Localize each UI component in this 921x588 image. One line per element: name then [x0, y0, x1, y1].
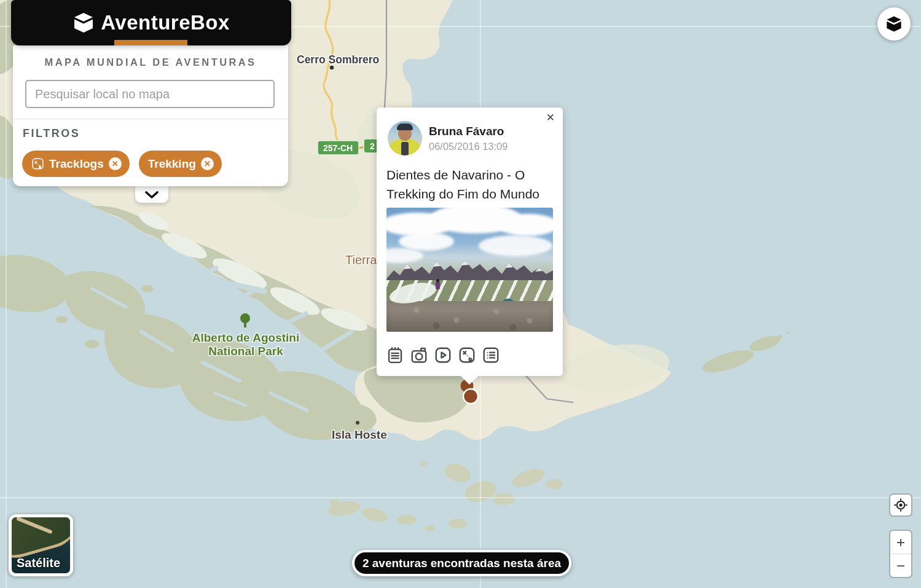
menu-box-button[interactable] [877, 7, 911, 41]
close-icon[interactable]: ✕ [544, 110, 557, 125]
status-pill: 2 aventuras encontradas nesta área [352, 550, 571, 576]
avatar[interactable] [388, 121, 422, 155]
cloud [497, 214, 553, 236]
chip-tracklogs[interactable]: Tracklogs ✕ [22, 151, 130, 177]
adventure-map-app: { "brand": { "name": "AventureBox" }, "p… [0, 0, 921, 588]
satellite-thumb-land [9, 514, 73, 563]
hiker-figure [436, 279, 440, 289]
adventure-photo[interactable] [386, 208, 553, 332]
rocky-foreground [386, 301, 553, 332]
tracklog-icon [31, 157, 44, 170]
panel-title: MAPA MUNDIAL DE AVENTURAS [13, 57, 288, 68]
chip-label: Tracklogs [49, 157, 104, 171]
label-cerro-sombrero: Cerro Sombrero [297, 53, 379, 66]
divider [13, 119, 288, 119]
filter-chips: Tracklogs ✕ Trekking ✕ [22, 151, 222, 177]
svg-text:257-CH: 257-CH [323, 143, 353, 153]
active-tab-indicator [114, 40, 187, 45]
header-logo[interactable]: AventureBox [11, 0, 291, 45]
chip-trekking[interactable]: Trekking ✕ [139, 151, 222, 177]
status-text: 2 aventuras encontradas nesta área [363, 557, 561, 570]
search-input[interactable] [25, 80, 275, 108]
label-isla-hoste: Isla Hoste [332, 428, 387, 441]
chip-label: Trekking [148, 157, 196, 171]
remove-filter-icon[interactable]: ✕ [201, 157, 214, 170]
tracklog-icon[interactable] [458, 346, 476, 364]
marker-front[interactable] [463, 389, 478, 404]
label-park-2: National Park [208, 345, 283, 358]
svg-text:2: 2 [370, 141, 375, 151]
aventurebox-logo-icon [73, 12, 95, 34]
locate-crosshair-icon [893, 498, 908, 512]
itinerary-icon[interactable] [386, 346, 404, 364]
satellite-label: Satélite [17, 556, 60, 570]
cloud [399, 232, 454, 251]
label-park-1: Alberto de Agostini [192, 331, 300, 344]
popup-author: Bruna Fávaro [429, 125, 504, 138]
box-icon [885, 15, 903, 33]
search-filter-panel: MAPA MUNDIAL DE AVENTURAS FILTROS Trackl… [13, 45, 288, 186]
zoom-in-button[interactable]: + [890, 531, 911, 554]
popup-timestamp: 06/05/2016 13:09 [429, 141, 508, 152]
details-list-icon[interactable] [482, 346, 500, 364]
road-shield-257ch: 257-CH [318, 141, 359, 155]
remove-filter-icon[interactable]: ✕ [109, 157, 122, 170]
zoom-control: + − [889, 530, 912, 578]
zoom-out-button[interactable]: − [890, 554, 911, 577]
photos-icon[interactable] [410, 346, 428, 364]
popup-action-bar [386, 346, 500, 364]
my-location-button[interactable] [889, 493, 912, 517]
satellite-layer-toggle[interactable]: Satélite [9, 514, 73, 576]
popup-tail [461, 376, 478, 385]
filters-label: FILTROS [23, 127, 80, 140]
adventure-popup: ✕ Bruna Fávaro 06/05/2016 13:09 Dientes … [377, 108, 563, 376]
avatar-cap [397, 123, 413, 130]
panel-collapse-toggle[interactable] [135, 186, 168, 203]
brand-name: AventureBox [101, 11, 230, 34]
adventure-title: Dientes de Navarino - O Trekking do Fim … [386, 165, 556, 203]
avatar-strap [401, 142, 409, 155]
videos-icon[interactable] [434, 346, 452, 364]
chevron-down-icon [145, 191, 159, 198]
